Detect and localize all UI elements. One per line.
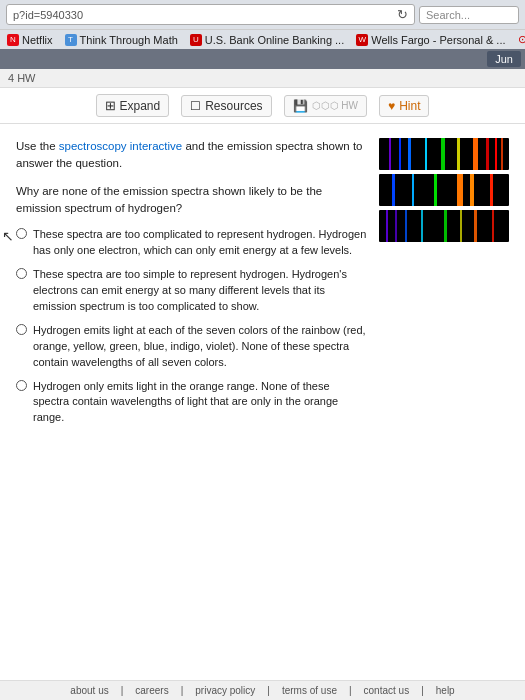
spectrum-line-orange4: [474, 210, 477, 242]
expand-button[interactable]: ⊞ Expand: [96, 94, 170, 117]
radio-b[interactable]: [16, 268, 27, 279]
spectrum-line-red1: [486, 138, 489, 170]
spectrum-line-red3b: [490, 174, 493, 206]
radio-c[interactable]: [16, 324, 27, 335]
spectra-section: [379, 138, 509, 666]
answer-option-a[interactable]: ↖ These spectra are too complicated to r…: [16, 227, 367, 259]
search-input[interactable]: Search...: [419, 6, 519, 24]
spectrum-line-yellow3: [460, 210, 462, 242]
hint-icon: ♥: [388, 99, 395, 113]
footer-sep2: |: [181, 685, 184, 696]
cursor-icon: ↖: [2, 226, 14, 246]
browser-content: 4 HW ⊞ Expand ☐ Resources 💾 ⬡⬡⬡ HW ♥ Hin…: [0, 69, 525, 700]
question-intro: Use the spectroscopy interactive and the…: [16, 138, 367, 173]
spectroscopy-link[interactable]: spectroscopy interactive: [59, 140, 182, 152]
spectrum-line-violet1: [389, 138, 391, 170]
spectrum-line-blue1: [399, 138, 401, 170]
address-bar[interactable]: p?id=5940330 ↻: [6, 4, 415, 25]
resources-label: Resources: [205, 99, 262, 113]
hint-label: Hint: [399, 99, 420, 113]
browser-chrome: p?id=5940330 ↻ Search... N Netflix T Thi…: [0, 0, 525, 49]
hint-button[interactable]: ♥ Hint: [379, 95, 429, 117]
footer-help[interactable]: help: [436, 685, 455, 696]
toolbar: ⊞ Expand ☐ Resources 💾 ⬡⬡⬡ HW ♥ Hint: [0, 88, 525, 124]
bookmark-netflix-label: Netflix: [22, 34, 53, 46]
footer: about us | careers | privacy policy | te…: [0, 680, 525, 700]
hw-bar: 4 HW: [0, 69, 525, 88]
save-icon: 💾: [293, 99, 308, 113]
footer-careers[interactable]: careers: [135, 685, 168, 696]
answer-options: ↖ These spectra are too complicated to r…: [16, 227, 367, 426]
address-bar-row: p?id=5940330 ↻ Search...: [0, 0, 525, 29]
answer-option-d[interactable]: Hydrogen only emits light in the orange …: [16, 379, 367, 427]
usbank-icon: U: [190, 34, 202, 46]
wf-icon: W: [356, 34, 368, 46]
page-wrapper: p?id=5940330 ↻ Search... N Netflix T Thi…: [0, 0, 525, 700]
spectrum-line-red2: [495, 138, 497, 170]
spectrum-line-red3: [501, 138, 503, 170]
spectrum-line-red4: [492, 210, 494, 242]
bookmark-netflix[interactable]: N Netflix: [4, 33, 56, 47]
spectrum-line-cyan2: [412, 174, 414, 206]
footer-terms[interactable]: terms of use: [282, 685, 337, 696]
resources-doc-icon: ☐: [190, 99, 201, 113]
main-content: Use the spectroscopy interactive and the…: [0, 124, 525, 680]
spectrum-line-blue2: [408, 138, 411, 170]
bookmark-usbank-label: U.S. Bank Online Banking ...: [205, 34, 344, 46]
refresh-icon[interactable]: ↻: [397, 7, 408, 22]
hw-label: 4 HW: [8, 72, 36, 84]
spectrum-line-violet3a: [386, 210, 388, 242]
spectrum-line-cyan3: [421, 210, 423, 242]
footer-contact[interactable]: contact us: [364, 685, 410, 696]
bookmark-wf[interactable]: W Wells Fargo - Personal & ...: [353, 33, 508, 47]
answer-option-c[interactable]: Hydrogen emits light at each of the seve…: [16, 323, 367, 371]
bookmarks-bar: N Netflix T Think Through Math U U.S. Ba…: [0, 29, 525, 49]
radio-a[interactable]: [16, 228, 27, 239]
bookmark-ttm[interactable]: T Think Through Math: [62, 33, 181, 47]
spectrum-line-cyan1: [425, 138, 427, 170]
spectrum-line-green2: [434, 174, 437, 206]
bookmark-login[interactable]: ⊙ Log In: [515, 32, 525, 47]
bookmark-wf-label: Wells Fargo - Personal & ...: [371, 34, 505, 46]
option-c-text: Hydrogen emits light at each of the seve…: [33, 323, 367, 371]
nav-area: Jun: [0, 49, 525, 69]
spectrum-line-blue3: [392, 174, 395, 206]
spectrum-line-orange1: [473, 138, 478, 170]
option-a-text: These spectra are too complicated to rep…: [33, 227, 367, 259]
login-circle-icon: ⊙: [518, 33, 525, 46]
address-text: p?id=5940330: [13, 9, 83, 21]
expand-label: Expand: [120, 99, 161, 113]
question-text: Why are none of the emission spectra sho…: [16, 183, 367, 218]
question-section: Use the spectroscopy interactive and the…: [16, 138, 367, 666]
spectrum-line-green3: [444, 210, 447, 242]
footer-sep5: |: [421, 685, 424, 696]
spectrum-line-blue4: [405, 210, 407, 242]
spectrum-line-green1: [441, 138, 445, 170]
spectrum-bar-2: [379, 174, 509, 206]
footer-sep1: |: [121, 685, 124, 696]
spectrum-line-orange3: [470, 174, 474, 206]
search-placeholder: Search...: [426, 9, 470, 21]
footer-about[interactable]: about us: [70, 685, 108, 696]
option-b-text: These spectra are too simple to represen…: [33, 267, 367, 315]
spectrum-line-violet3b: [395, 210, 397, 242]
bookmark-ttm-label: Think Through Math: [80, 34, 178, 46]
option-d-text: Hydrogen only emits light in the orange …: [33, 379, 367, 427]
netflix-icon: N: [7, 34, 19, 46]
answer-option-b[interactable]: These spectra are too simple to represen…: [16, 267, 367, 315]
jump-button[interactable]: Jun: [487, 51, 521, 67]
spectrum-bar-1: [379, 138, 509, 170]
save-hw-label: ⬡⬡⬡ HW: [312, 100, 358, 111]
spectrum-bar-3: [379, 210, 509, 242]
footer-sep3: |: [267, 685, 270, 696]
bookmark-usbank[interactable]: U U.S. Bank Online Banking ...: [187, 33, 347, 47]
resources-button[interactable]: ☐ Resources: [181, 95, 271, 117]
expand-grid-icon: ⊞: [105, 98, 116, 113]
save-hw-button[interactable]: 💾 ⬡⬡⬡ HW: [284, 95, 367, 117]
footer-sep4: |: [349, 685, 352, 696]
spectrum-line-yellow1: [457, 138, 460, 170]
radio-d[interactable]: [16, 380, 27, 391]
ttm-icon: T: [65, 34, 77, 46]
footer-privacy[interactable]: privacy policy: [195, 685, 255, 696]
spectrum-line-orange2: [457, 174, 463, 206]
